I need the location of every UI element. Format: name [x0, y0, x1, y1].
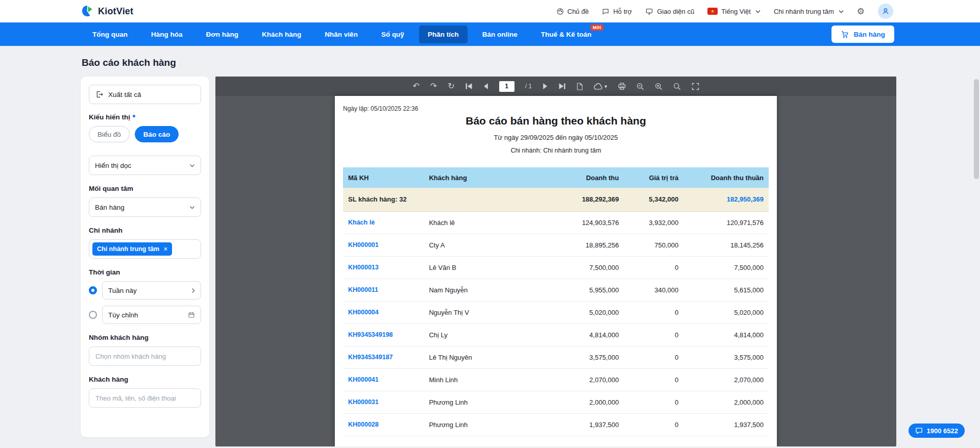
search-button[interactable]: [673, 83, 681, 90]
print-button[interactable]: [618, 83, 626, 90]
revenue-value: 3,575,000: [539, 346, 624, 368]
next-page-button[interactable]: [543, 83, 548, 89]
table-row: KH000028 Phương Linh 1,937,500 0 1,937,5…: [343, 413, 769, 436]
net-value: 5,020,000: [683, 301, 769, 323]
nav-ban-online[interactable]: Bán online: [474, 26, 526, 43]
last-page-button[interactable]: [558, 83, 566, 89]
table-row: KH000013 Lê Văn B 7,500,000 0 7,500,000: [343, 256, 769, 279]
table-row: KH9345349187 Lê Thị Nguyên 3,575,000 0 3…: [343, 346, 769, 368]
nav-thue-ke-toan-label: Thuế & Kế toán: [541, 31, 592, 38]
report-toggle-button[interactable]: Báo cáo: [135, 126, 179, 142]
export-file-button[interactable]: [576, 83, 583, 90]
branch-filter-input[interactable]: Chi nhánh trung tâm ×: [89, 239, 201, 259]
net-value: 7,500,000: [683, 256, 769, 279]
avatar[interactable]: [878, 4, 893, 19]
nav-thue-ke-toan[interactable]: Thuế & Kế toán Mới: [532, 26, 600, 43]
customer-code-link[interactable]: KH000028: [343, 413, 424, 436]
time-preset-select[interactable]: Tuần này: [102, 281, 201, 300]
returns-value: 0: [624, 256, 683, 279]
time-custom-radio[interactable]: [89, 311, 97, 319]
main-nav: Tổng quan Hàng hóa Đơn hàng Khách hàng N…: [0, 22, 980, 46]
user-icon: [881, 7, 890, 15]
page-number-input[interactable]: [499, 81, 514, 92]
customer-code-link[interactable]: KH000004: [343, 301, 424, 323]
concern-label: Mối quan tâm: [89, 185, 201, 192]
revenue-value: 1,937,500: [539, 413, 624, 436]
undo-button[interactable]: ↶: [412, 82, 419, 90]
net-value: 2,070,000: [683, 368, 769, 391]
prev-page-button[interactable]: [483, 83, 488, 89]
theme-button[interactable]: Chủ đề: [556, 8, 589, 15]
customer-name: Nam Nguyễn: [424, 279, 538, 301]
table-row: KH000001 Cty A 18,895,256 750,000 18,145…: [343, 234, 769, 256]
net-value: 3,575,000: [683, 346, 769, 368]
customer-name: Lê Văn B: [424, 256, 538, 279]
vietnam-flag-icon: ★: [707, 8, 718, 15]
customer-code-link[interactable]: Khách lẻ: [343, 211, 424, 234]
orientation-select[interactable]: Hiển thị dọc: [89, 156, 201, 175]
chart-toggle-button[interactable]: Biểu đồ: [89, 126, 130, 142]
report-date-range: Từ ngày 29/09/2025 đến ngày 05/10/2025: [343, 134, 769, 141]
summary-revenue: 188,292,369: [539, 188, 624, 211]
sell-button[interactable]: Bán hàng: [831, 26, 894, 43]
customer-group-input[interactable]: [89, 346, 201, 366]
language-selector[interactable]: ★ Tiếng Việt: [707, 8, 761, 15]
brand-logo[interactable]: KiotViet: [81, 5, 133, 18]
sell-button-label: Bán hàng: [853, 31, 885, 38]
chevron-down-icon: [189, 206, 195, 209]
time-preset-row: Tuần này: [89, 281, 201, 300]
fullscreen-button[interactable]: [692, 83, 699, 90]
hotline-button[interactable]: 1900 6522: [909, 424, 965, 438]
time-preset-radio[interactable]: [89, 286, 97, 294]
export-icon: [95, 90, 104, 98]
summary-returns: 5,342,000: [624, 188, 683, 211]
viewer-toolbar: ↶ ↷ ↻ / 1: [215, 77, 896, 96]
nav-hang-hoa[interactable]: Hàng hóa: [142, 26, 191, 43]
customer-code-link[interactable]: KH000001: [343, 234, 424, 256]
zoom-out-button[interactable]: [636, 83, 644, 90]
topbar: KiotViet Chủ đề Hỗ trợ Giao diện cũ ★ Ti…: [0, 0, 980, 22]
redo-button[interactable]: ↷: [430, 82, 437, 90]
returns-value: 0: [624, 323, 683, 346]
remove-branch-icon[interactable]: ×: [163, 245, 167, 253]
customer-search-input[interactable]: [89, 388, 201, 408]
page-scrollbar[interactable]: [974, 79, 979, 179]
first-page-button[interactable]: [465, 83, 473, 89]
table-row: KH000041 Minh Linh 2,070,000 0 2,070,000: [343, 368, 769, 391]
refresh-button[interactable]: ↻: [448, 82, 454, 90]
old-ui-button[interactable]: Giao diện cũ: [645, 8, 694, 15]
fullscreen-icon: [692, 83, 699, 90]
nav-don-hang[interactable]: Đơn hàng: [198, 26, 248, 43]
support-button[interactable]: Hỗ trợ: [602, 8, 632, 15]
export-all-button[interactable]: Xuất tất cả: [89, 85, 201, 104]
chat-bubble-icon: [915, 427, 923, 434]
nav-phan-tich[interactable]: Phân tích: [419, 26, 468, 43]
summary-net: 182,950,369: [683, 188, 769, 211]
customer-code-link[interactable]: KH000011: [343, 279, 424, 301]
customer-code-link[interactable]: KH000031: [343, 391, 424, 413]
customer-name: Nguyễn Thị V: [424, 301, 538, 323]
customer-code-link[interactable]: KH9345349187: [343, 346, 424, 368]
page-title: Báo cáo khách hàng: [81, 46, 980, 77]
customer-code-link[interactable]: KH9345349198: [343, 323, 424, 346]
concern-select[interactable]: Bán hàng: [89, 197, 201, 217]
filter-sidebar: Xuất tất cả Kiểu hiển thị Biểu đồ Báo cá…: [81, 77, 209, 437]
nav-tong-quan[interactable]: Tổng quan: [84, 26, 136, 43]
branch-selector[interactable]: Chi nhánh trung tâm: [774, 8, 844, 15]
revenue-value: 2,070,000: [539, 368, 624, 391]
time-custom-select[interactable]: Tùy chỉnh: [102, 306, 201, 324]
cloud-download-button[interactable]: ▾: [594, 83, 607, 90]
customer-group-label: Nhóm khách hàng: [89, 334, 201, 341]
nav-so-quy[interactable]: Sổ quỹ: [373, 26, 413, 43]
hotline-number: 1900 6522: [927, 427, 958, 435]
nav-nhan-vien[interactable]: Nhân viên: [316, 26, 366, 43]
net-value: 18,145,256: [683, 234, 769, 256]
nav-khach-hang[interactable]: Khách hàng: [253, 26, 310, 43]
customer-code-link[interactable]: KH000013: [343, 256, 424, 279]
customer-code-link[interactable]: KH000041: [343, 368, 424, 391]
zoom-in-button[interactable]: [655, 83, 663, 90]
calendar-icon: [188, 311, 195, 318]
theme-label: Chủ đề: [568, 8, 589, 15]
gear-icon[interactable]: ⚙: [857, 6, 865, 17]
net-value: 4,814,000: [683, 323, 769, 346]
